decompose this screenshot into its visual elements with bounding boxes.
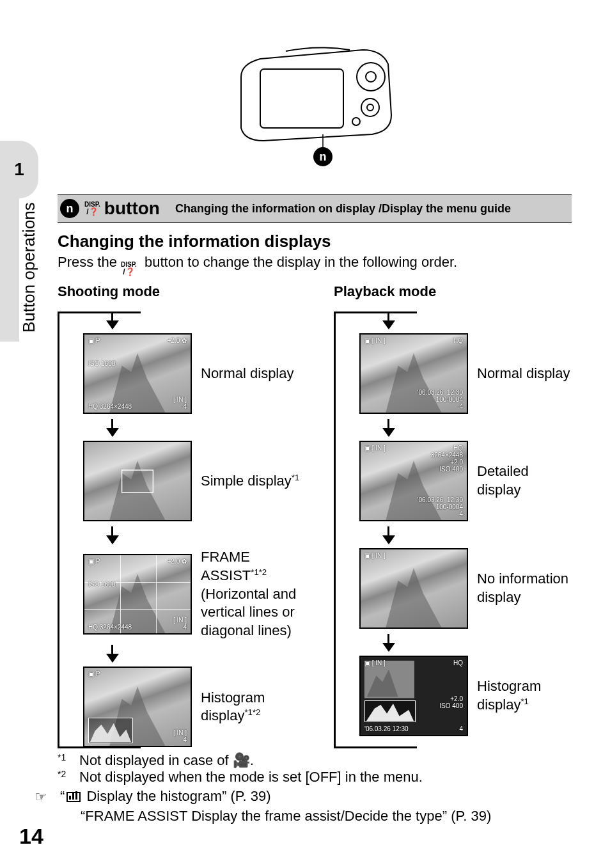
playback-label-detailed: Detailed display xyxy=(477,462,572,499)
arrow-down-icon xyxy=(387,312,389,328)
shooting-label-frame-assist: FRAME ASSIST*1*2 (Horizontal and vertica… xyxy=(201,548,309,640)
shooting-thumb-normal: ▣ P +2.0 ✿ ISO 1600 HQ 3264×2448 [ IN ] … xyxy=(83,333,192,414)
shooting-cycle: ▣ P +2.0 ✿ ISO 1600 HQ 3264×2448 [ IN ] … xyxy=(58,312,315,747)
svg-point-5 xyxy=(352,118,360,125)
disp-help-icon-inline: DISP./❓ xyxy=(121,262,137,276)
playback-mode-title: Playback mode xyxy=(315,283,572,300)
shooting-label-histogram: Histogram display*1*2 xyxy=(201,689,309,726)
chapter-number: 1 xyxy=(14,159,24,180)
page-number: 14 xyxy=(19,824,43,849)
playback-cycle: ▣ [ IN ] HQ '06.03.26 12:30 100-0004 4 N… xyxy=(334,312,572,736)
subheading: Changing the information displays xyxy=(58,232,572,251)
playback-thumb-detailed: ▣ [ IN ] HQ 3264×2448 +2.0 ISO 400 '06.0… xyxy=(359,441,468,521)
reference-2: “FRAME ASSIST Display the frame assist/D… xyxy=(58,808,572,825)
playback-label-normal: Normal display xyxy=(477,365,570,383)
reference-1: ☞“ Display the histogram” (P. 39) xyxy=(58,788,572,805)
arrow-down-icon xyxy=(111,312,113,328)
heading-badge: n xyxy=(60,199,79,218)
arrow-down-icon xyxy=(387,419,389,436)
disp-help-icon: DISP./❓ xyxy=(84,201,100,216)
svg-point-4 xyxy=(367,104,373,111)
camera-illustration: n xyxy=(228,38,401,154)
playback-label-noinfo: No information display xyxy=(477,570,572,606)
playback-thumb-noinfo: ▣ [ IN ] xyxy=(359,548,468,629)
chapter-tab: 1 Button operations xyxy=(0,141,38,345)
svg-point-3 xyxy=(361,99,379,116)
playback-thumb-normal: ▣ [ IN ] HQ '06.03.26 12:30 100-0004 4 xyxy=(359,333,468,414)
callout-badge-14: n xyxy=(313,147,332,166)
arrow-down-icon xyxy=(387,526,389,543)
shooting-label-normal: Normal display xyxy=(201,365,294,383)
arrow-down-icon xyxy=(387,634,389,651)
section-heading-bar: n DISP./❓ button Changing the informatio… xyxy=(58,194,572,223)
shooting-thumb-frame-assist: ▣ P +2.0 ✿ ISO 1600 HQ 3264×2448 [ IN ] … xyxy=(83,554,192,635)
heading-desc: Changing the information on display /Dis… xyxy=(175,202,572,216)
chapter-title: Button operations xyxy=(19,202,39,333)
shooting-thumb-histogram: ▣ P [ IN ] 4 xyxy=(83,667,192,747)
arrow-down-icon xyxy=(111,419,113,436)
shooting-thumb-simple xyxy=(83,441,192,521)
heading-button-word: button xyxy=(104,198,175,219)
arrow-down-icon xyxy=(111,645,113,661)
shooting-label-simple: Simple display*1 xyxy=(201,472,299,491)
svg-point-1 xyxy=(357,63,385,91)
arrow-down-icon xyxy=(111,526,113,543)
movie-icon: 🎥 xyxy=(233,752,250,768)
histogram-icon xyxy=(66,792,81,802)
footnotes: *1Not displayed in case of 🎥. *2Not disp… xyxy=(58,752,572,785)
svg-rect-0 xyxy=(260,69,343,128)
shooting-mode-title: Shooting mode xyxy=(58,283,315,300)
svg-point-2 xyxy=(366,72,376,82)
playback-label-histogram: Histogram display*1 xyxy=(477,677,572,714)
paragraph: Press the DISP./❓ button to change the d… xyxy=(58,254,572,276)
playback-thumb-histogram: ▣ [ IN ] HQ +2.0 ISO 400 '06.03.26 12:30… xyxy=(359,656,468,736)
